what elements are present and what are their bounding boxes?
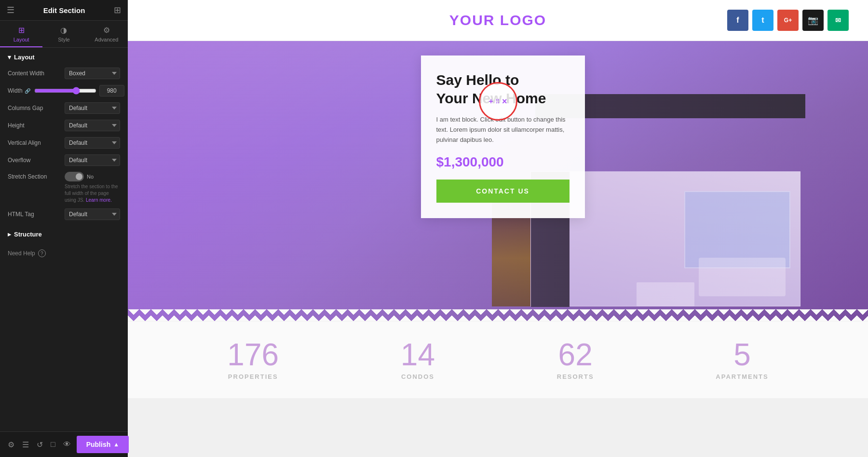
link-icon: 🔗 <box>25 88 30 94</box>
stretch-description: Stretch the section to the full width of… <box>65 183 120 204</box>
facebook-button[interactable]: f <box>727 10 748 31</box>
hero-section: + ⠿ × Say Hello to Your New Home I am te… <box>128 41 868 321</box>
settings-icon[interactable]: ⚙ <box>6 438 16 451</box>
tab-style[interactable]: ◑ Style <box>42 21 85 47</box>
columns-gap-label: Columns Gap <box>8 105 61 111</box>
panel-title: Edit Section <box>43 6 85 14</box>
google-plus-button[interactable]: G+ <box>777 10 799 31</box>
hero-zigzag <box>128 309 868 321</box>
columns-gap-row: Columns Gap Default <box>8 102 120 114</box>
main-content: YOUR LOGO f t G+ 📷 ✉ + ⠿ <box>128 0 868 457</box>
layout-section-header[interactable]: ▾ Layout <box>8 54 120 61</box>
content-width-label: Content Width <box>8 70 61 77</box>
twitter-button[interactable]: t <box>752 10 773 31</box>
stat-condos-number: 14 <box>401 339 435 370</box>
structure-label: Structure <box>14 231 42 238</box>
stat-resorts: 62 RESORTS <box>557 339 594 380</box>
hero-price: $1,300,000 <box>436 154 570 170</box>
template-icon[interactable]: □ <box>49 438 57 451</box>
html-tag-label: HTML Tag <box>8 211 61 218</box>
toggle-thumb <box>76 173 82 180</box>
style-icon: ◑ <box>60 26 67 35</box>
panel-header: ☰ Edit Section ⊞ <box>0 0 128 21</box>
vertical-align-row: Vertical Align Default <box>8 137 120 149</box>
panel-tabs: ⊞ Layout ◑ Style ⚙ Advanced <box>0 21 128 48</box>
stretch-toggle[interactable] <box>65 172 84 181</box>
width-slider[interactable] <box>34 87 96 95</box>
stat-apartments-label: APARTMENTS <box>716 373 768 380</box>
width-label: Width 🔗 <box>8 87 30 94</box>
vertical-align-select[interactable]: Default <box>65 137 120 149</box>
stretch-section-row: Stretch Section No Stretch the section t… <box>8 172 120 204</box>
html-tag-row: HTML Tag Default <box>8 208 120 220</box>
stat-properties-label: PROPERTIES <box>228 373 278 380</box>
preview-icon[interactable]: 👁 <box>61 438 73 451</box>
help-icon[interactable]: ? <box>38 249 46 257</box>
email-button[interactable]: ✉ <box>827 10 849 31</box>
stat-apartments: 5 APARTMENTS <box>716 339 768 380</box>
structure-header[interactable]: ▸ Structure <box>8 227 120 242</box>
stat-apartments-number: 5 <box>733 339 751 370</box>
height-row: Height Default <box>8 120 120 131</box>
tab-advanced-label: Advanced <box>95 37 118 42</box>
hamburger-icon[interactable]: ☰ <box>7 5 14 15</box>
site-logo: YOUR LOGO <box>449 12 546 28</box>
house-window <box>684 191 790 268</box>
content-width-select[interactable]: Boxed <box>65 68 120 79</box>
stat-resorts-label: RESORTS <box>557 373 594 380</box>
hero-card: Say Hello to Your New Home I am text blo… <box>421 55 585 218</box>
content-width-row: Content Width Boxed <box>8 68 120 79</box>
house-furniture <box>699 258 786 296</box>
height-select[interactable]: Default <box>65 120 120 131</box>
close-icon: × <box>502 97 507 107</box>
toggle-no-label: No <box>87 174 94 180</box>
tab-style-label: Style <box>58 37 69 42</box>
plus-icon: + <box>489 97 493 106</box>
publish-label: Publish <box>86 441 111 448</box>
width-row: Width 🔗 <box>8 85 120 97</box>
publish-chevron-icon: ▲ <box>113 441 119 448</box>
site-header: YOUR LOGO f t G+ 📷 ✉ <box>128 0 868 41</box>
html-tag-select[interactable]: Default <box>65 208 120 220</box>
stat-condos: 14 CONDOS <box>401 339 435 380</box>
logo-accent: LOGO <box>500 12 546 28</box>
stat-condos-label: CONDOS <box>401 373 434 380</box>
vertical-align-label: Vertical Align <box>8 139 61 146</box>
chevron-right-icon: ▸ <box>8 231 11 238</box>
instagram-button[interactable]: 📷 <box>802 10 824 31</box>
history-icon[interactable]: ↺ <box>35 438 45 451</box>
stretch-section-right: No Stretch the section to the full width… <box>65 172 120 204</box>
height-label: Height <box>8 122 61 129</box>
stat-properties-number: 176 <box>227 339 279 370</box>
tab-advanced[interactable]: ⚙ Advanced <box>85 21 128 47</box>
overflow-select[interactable]: Default <box>65 154 120 166</box>
width-number-input[interactable] <box>99 85 124 97</box>
float-circle-inner: + ⠿ × <box>489 97 507 107</box>
layout-icon: ⊞ <box>18 26 25 35</box>
stat-properties: 176 PROPERTIES <box>227 339 279 380</box>
contact-us-button[interactable]: CONTACT US <box>436 180 570 203</box>
overflow-row: Overflow Default <box>8 154 120 166</box>
tab-layout-label: Layout <box>14 37 29 42</box>
publish-button[interactable]: Publish ▲ <box>77 436 129 453</box>
layers-icon[interactable]: ☰ <box>20 438 31 451</box>
tab-layout[interactable]: ⊞ Layout <box>0 21 42 47</box>
structure-section: ▸ Structure <box>8 227 120 242</box>
stats-section: 176 PROPERTIES 14 CONDOS 62 RESORTS 5 AP… <box>128 321 868 398</box>
need-help-row: Need Help ? <box>8 242 120 261</box>
outdoor-table <box>637 282 694 306</box>
panel-footer: ⚙ ☰ ↺ □ 👁 Publish ▲ <box>0 431 128 457</box>
advanced-icon: ⚙ <box>103 26 110 35</box>
width-slider-container <box>34 85 124 97</box>
stat-resorts-number: 62 <box>558 339 593 370</box>
float-circle-button[interactable]: + ⠿ × <box>479 82 517 121</box>
panel-body: ▾ Layout Content Width Boxed Width 🔗 Col… <box>0 48 128 431</box>
learn-more-link[interactable]: Learn more. <box>86 197 112 203</box>
columns-gap-select[interactable]: Default <box>65 102 120 114</box>
dots-icon: ⠿ <box>495 98 500 105</box>
social-icons: f t G+ 📷 ✉ <box>727 10 849 31</box>
stretch-section-label: Stretch Section <box>8 172 61 180</box>
grid-icon[interactable]: ⊞ <box>114 5 121 15</box>
logo-text: YOUR <box>449 12 500 28</box>
need-help-text: Need Help <box>8 250 35 257</box>
